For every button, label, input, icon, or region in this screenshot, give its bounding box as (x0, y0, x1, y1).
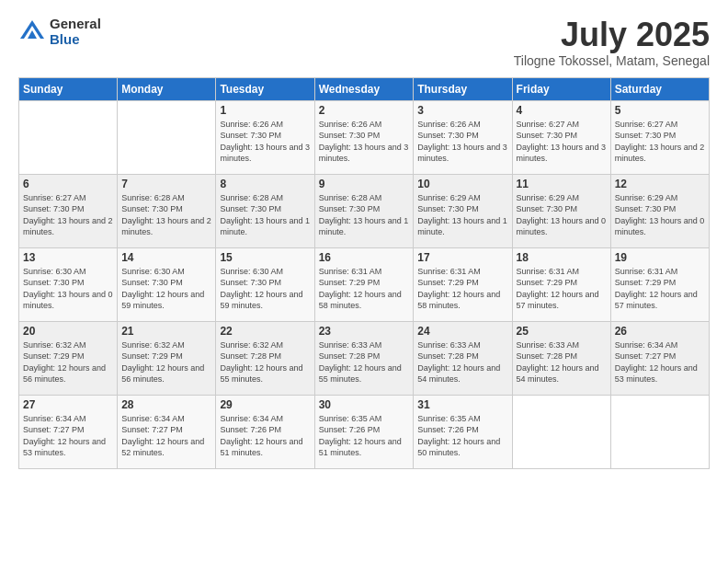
header-cell-sunday: Sunday (19, 77, 118, 100)
day-number: 21 (121, 325, 211, 338)
day-number: 23 (319, 325, 410, 338)
day-number: 16 (319, 251, 410, 264)
header-cell-monday: Monday (118, 77, 216, 100)
day-number: 28 (121, 398, 211, 411)
day-cell (118, 100, 216, 174)
week-row-2: 6Sunrise: 6:27 AM Sunset: 7:30 PM Daylig… (19, 174, 710, 247)
day-cell: 23Sunrise: 6:33 AM Sunset: 7:28 PM Dayli… (314, 321, 414, 395)
day-detail: Sunrise: 6:34 AM Sunset: 7:27 PM Dayligh… (23, 414, 106, 458)
day-number: 27 (23, 398, 113, 411)
day-cell: 18Sunrise: 6:31 AM Sunset: 7:29 PM Dayli… (512, 247, 610, 321)
day-cell: 27Sunrise: 6:34 AM Sunset: 7:27 PM Dayli… (19, 395, 118, 468)
calendar-subtitle: Tilogne Tokossel, Matam, Senegal (514, 53, 710, 68)
day-number: 13 (23, 251, 113, 264)
day-number: 29 (220, 398, 310, 411)
day-number: 26 (615, 325, 705, 338)
day-number: 30 (319, 398, 410, 411)
page: General Blue July 2025 Tilogne Tokossel,… (0, 0, 728, 563)
day-number: 18 (517, 251, 607, 264)
logo-general: General (50, 17, 101, 32)
day-cell: 4Sunrise: 6:27 AM Sunset: 7:30 PM Daylig… (512, 100, 610, 174)
day-detail: Sunrise: 6:35 AM Sunset: 7:26 PM Dayligh… (319, 414, 402, 458)
day-number: 3 (417, 104, 507, 117)
header: General Blue July 2025 Tilogne Tokossel,… (18, 17, 710, 68)
header-cell-saturday: Saturday (610, 77, 709, 100)
day-detail: Sunrise: 6:31 AM Sunset: 7:29 PM Dayligh… (615, 267, 698, 311)
day-number: 2 (319, 104, 410, 117)
header-cell-wednesday: Wednesday (314, 77, 414, 100)
day-cell: 12Sunrise: 6:29 AM Sunset: 7:30 PM Dayli… (610, 174, 709, 247)
day-number: 12 (615, 178, 705, 190)
header-cell-tuesday: Tuesday (216, 77, 314, 100)
day-detail: Sunrise: 6:27 AM Sunset: 7:30 PM Dayligh… (23, 193, 113, 237)
calendar-title: July 2025 (514, 17, 710, 53)
day-cell: 9Sunrise: 6:28 AM Sunset: 7:30 PM Daylig… (314, 174, 414, 247)
day-detail: Sunrise: 6:34 AM Sunset: 7:27 PM Dayligh… (121, 414, 204, 458)
day-number: 20 (23, 325, 113, 338)
day-cell: 11Sunrise: 6:29 AM Sunset: 7:30 PM Dayli… (512, 174, 610, 247)
day-detail: Sunrise: 6:32 AM Sunset: 7:29 PM Dayligh… (23, 340, 106, 385)
day-number: 17 (417, 251, 507, 264)
day-detail: Sunrise: 6:32 AM Sunset: 7:29 PM Dayligh… (121, 340, 204, 385)
day-number: 6 (23, 178, 113, 190)
day-cell: 6Sunrise: 6:27 AM Sunset: 7:30 PM Daylig… (19, 174, 118, 247)
day-detail: Sunrise: 6:35 AM Sunset: 7:26 PM Dayligh… (417, 414, 500, 458)
day-number: 31 (417, 398, 507, 411)
day-number: 25 (517, 325, 607, 338)
day-detail: Sunrise: 6:31 AM Sunset: 7:29 PM Dayligh… (517, 267, 599, 311)
day-number: 15 (220, 251, 310, 264)
day-detail: Sunrise: 6:30 AM Sunset: 7:30 PM Dayligh… (23, 267, 113, 311)
day-number: 7 (121, 178, 211, 190)
day-cell: 17Sunrise: 6:31 AM Sunset: 7:29 PM Dayli… (414, 247, 512, 321)
day-detail: Sunrise: 6:34 AM Sunset: 7:26 PM Dayligh… (220, 414, 302, 458)
day-detail: Sunrise: 6:29 AM Sunset: 7:30 PM Dayligh… (417, 193, 507, 237)
day-detail: Sunrise: 6:26 AM Sunset: 7:30 PM Dayligh… (417, 120, 507, 164)
day-detail: Sunrise: 6:31 AM Sunset: 7:29 PM Dayligh… (319, 267, 402, 311)
header-row: SundayMondayTuesdayWednesdayThursdayFrid… (19, 77, 710, 100)
day-cell: 21Sunrise: 6:32 AM Sunset: 7:29 PM Dayli… (118, 321, 216, 395)
day-number: 1 (220, 104, 310, 117)
day-detail: Sunrise: 6:29 AM Sunset: 7:30 PM Dayligh… (517, 193, 607, 237)
header-cell-thursday: Thursday (414, 77, 512, 100)
day-number: 8 (220, 178, 310, 190)
week-row-3: 13Sunrise: 6:30 AM Sunset: 7:30 PM Dayli… (19, 247, 710, 321)
day-cell: 16Sunrise: 6:31 AM Sunset: 7:29 PM Dayli… (314, 247, 414, 321)
day-detail: Sunrise: 6:26 AM Sunset: 7:30 PM Dayligh… (220, 120, 310, 164)
day-detail: Sunrise: 6:28 AM Sunset: 7:30 PM Dayligh… (220, 193, 310, 237)
day-cell (512, 395, 610, 468)
day-number: 24 (417, 325, 507, 338)
day-cell: 3Sunrise: 6:26 AM Sunset: 7:30 PM Daylig… (414, 100, 512, 174)
day-cell: 19Sunrise: 6:31 AM Sunset: 7:29 PM Dayli… (610, 247, 709, 321)
calendar-table: SundayMondayTuesdayWednesdayThursdayFrid… (18, 77, 710, 469)
day-cell: 14Sunrise: 6:30 AM Sunset: 7:30 PM Dayli… (118, 247, 216, 321)
day-number: 5 (615, 104, 705, 117)
title-block: July 2025 Tilogne Tokossel, Matam, Seneg… (514, 17, 710, 68)
day-detail: Sunrise: 6:26 AM Sunset: 7:30 PM Dayligh… (319, 120, 409, 164)
day-number: 14 (121, 251, 211, 264)
day-cell: 24Sunrise: 6:33 AM Sunset: 7:28 PM Dayli… (414, 321, 512, 395)
day-cell: 30Sunrise: 6:35 AM Sunset: 7:26 PM Dayli… (314, 395, 414, 468)
day-cell: 5Sunrise: 6:27 AM Sunset: 7:30 PM Daylig… (610, 100, 709, 174)
day-number: 9 (319, 178, 410, 190)
header-cell-friday: Friday (512, 77, 610, 100)
day-cell: 31Sunrise: 6:35 AM Sunset: 7:26 PM Dayli… (414, 395, 512, 468)
day-detail: Sunrise: 6:30 AM Sunset: 7:30 PM Dayligh… (121, 267, 204, 311)
day-detail: Sunrise: 6:28 AM Sunset: 7:30 PM Dayligh… (121, 193, 211, 237)
day-cell: 20Sunrise: 6:32 AM Sunset: 7:29 PM Dayli… (19, 321, 118, 395)
day-number: 11 (517, 178, 607, 190)
day-cell (610, 395, 709, 468)
day-detail: Sunrise: 6:29 AM Sunset: 7:30 PM Dayligh… (615, 193, 705, 237)
day-cell (19, 100, 118, 174)
week-row-1: 1Sunrise: 6:26 AM Sunset: 7:30 PM Daylig… (19, 100, 710, 174)
week-row-4: 20Sunrise: 6:32 AM Sunset: 7:29 PM Dayli… (19, 321, 710, 395)
day-cell: 22Sunrise: 6:32 AM Sunset: 7:28 PM Dayli… (216, 321, 314, 395)
day-cell: 1Sunrise: 6:26 AM Sunset: 7:30 PM Daylig… (216, 100, 314, 174)
day-number: 4 (517, 104, 607, 117)
day-detail: Sunrise: 6:27 AM Sunset: 7:30 PM Dayligh… (615, 120, 705, 164)
logo-text: General Blue (50, 17, 101, 47)
day-number: 22 (220, 325, 310, 338)
day-detail: Sunrise: 6:28 AM Sunset: 7:30 PM Dayligh… (319, 193, 409, 237)
logo-blue: Blue (50, 32, 101, 48)
day-detail: Sunrise: 6:34 AM Sunset: 7:27 PM Dayligh… (615, 340, 698, 385)
day-cell: 26Sunrise: 6:34 AM Sunset: 7:27 PM Dayli… (610, 321, 709, 395)
